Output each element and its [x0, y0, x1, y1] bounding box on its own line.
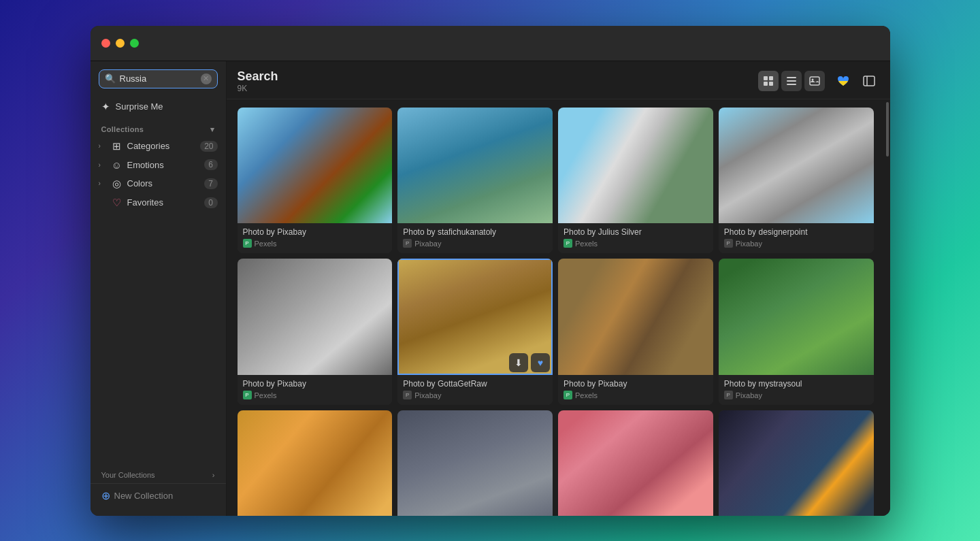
favorite-button[interactable]: ♥: [531, 353, 550, 372]
photo-info: Photo by mystraysoulPPixabay: [719, 375, 874, 405]
your-collections-section[interactable]: Your Collections ›: [91, 467, 226, 483]
photo-source: PPixabay: [403, 239, 547, 248]
source-icon: P: [724, 391, 733, 399]
collections-chevron[interactable]: ▾: [210, 125, 214, 134]
source-name: Pexels: [255, 391, 277, 399]
photo-thumbnail: [558, 410, 713, 515]
source-name: Pexels: [575, 391, 598, 399]
source-icon: P: [243, 391, 252, 399]
main-content: 🔍 ✕ ✦ Surprise Me Collections ▾ › ⊞ Cate…: [91, 61, 890, 516]
your-collections-arrow: ›: [212, 471, 215, 479]
photo-author: Photo by mystraysoul: [724, 379, 868, 389]
photo-card[interactable]: Photo by serbuxarevPPixabay: [719, 410, 874, 515]
header-icons: [833, 71, 879, 91]
favorites-icon: ♡: [111, 197, 123, 209]
source-name: Pixabay: [414, 240, 441, 248]
favorites-count: 0: [204, 197, 218, 208]
categories-icon: ⊞: [111, 140, 123, 152]
search-box: 🔍 ✕: [99, 69, 218, 88]
new-collection-label: New Collection: [114, 491, 174, 501]
title-bar: [91, 26, 890, 61]
sidebar-toggle-button[interactable]: [859, 71, 879, 91]
search-container: 🔍 ✕: [91, 69, 226, 97]
photo-source: PPixabay: [724, 391, 868, 399]
photo-thumbnail: [397, 108, 553, 224]
favorites-label: Favorites: [127, 197, 200, 208]
photo-author: Photo by stafichukanatoly: [403, 227, 547, 237]
source-icon: P: [403, 239, 412, 248]
photo-card[interactable]: Photo by lelebladPPixabay: [397, 410, 553, 515]
scroll-area: Photo by PixabayPPexelsPhoto by stafichu…: [227, 99, 890, 516]
photo-thumbnail: [397, 410, 553, 515]
expand-colors-icon: ›: [99, 180, 107, 187]
sidebar: 🔍 ✕ ✦ Surprise Me Collections ▾ › ⊞ Cate…: [91, 61, 227, 516]
photo-info: Photo by PixabayPPexels: [238, 375, 393, 405]
photo-thumbnail: ⬇♥: [397, 259, 553, 375]
list-view-button[interactable]: [781, 71, 802, 91]
photo-card[interactable]: Photo by vierroPPexels: [558, 410, 713, 515]
photo-source: PPexels: [243, 239, 387, 248]
photo-card[interactable]: Photo by designerpointPPixabay: [719, 108, 874, 254]
source-icon: P: [403, 391, 412, 399]
right-panel: Search 9K: [227, 61, 890, 516]
search-input[interactable]: [120, 73, 197, 84]
photo-grid: Photo by PixabayPPexelsPhoto by stafichu…: [238, 108, 874, 516]
maximize-button[interactable]: [130, 39, 139, 48]
photo-card[interactable]: Photo by PixabayPPexels: [238, 108, 393, 254]
emotions-count: 6: [204, 159, 218, 170]
source-name: Pexels: [255, 240, 277, 248]
photo-info: Photo by PixabayPPexels: [558, 375, 713, 405]
panel-count: 9K: [238, 84, 750, 93]
source-icon: P: [564, 239, 572, 248]
photo-thumbnail: [238, 410, 393, 515]
emotions-label: Emotions: [127, 160, 200, 170]
surprise-me-button[interactable]: ✦ Surprise Me: [91, 97, 226, 117]
photo-thumbnail: [238, 259, 393, 375]
photo-card[interactable]: Photo by PixabayPPexels: [238, 259, 393, 405]
sparkle-icon: ✦: [101, 101, 110, 113]
photo-info: Photo by designerpointPPixabay: [719, 223, 874, 253]
panel-title-group: Search 9K: [238, 69, 750, 93]
sidebar-item-colors[interactable]: › ◎ Colors 7: [91, 174, 226, 193]
photo-author: Photo by Pixabay: [243, 227, 387, 237]
svg-rect-2: [764, 82, 768, 86]
photo-source: PPixabay: [724, 239, 868, 248]
grid-view-button[interactable]: [758, 71, 779, 91]
download-button[interactable]: ⬇: [509, 353, 528, 372]
new-collection-button[interactable]: ⊕ New Collection: [91, 483, 226, 508]
collections-section-header[interactable]: Collections ▾: [91, 122, 226, 137]
scrollbar-track[interactable]: [885, 99, 890, 516]
minimize-button[interactable]: [116, 39, 125, 48]
photo-card[interactable]: Photo by mystraysoulPPixabay: [719, 259, 874, 405]
app-window: 🔍 ✕ ✦ Surprise Me Collections ▾ › ⊞ Cate…: [91, 26, 890, 516]
photo-card[interactable]: Photo by PixabayPPexels: [558, 259, 713, 405]
surprise-me-label: Surprise Me: [116, 101, 163, 112]
search-clear-button[interactable]: ✕: [201, 73, 212, 84]
svg-point-8: [811, 79, 813, 81]
photo-card[interactable]: Photo by stafichukanatolyPPixabay: [397, 108, 553, 254]
sidebar-item-favorites[interactable]: › ♡ Favorites 0: [91, 193, 226, 212]
photo-thumbnail: [719, 259, 874, 375]
search-icon: 🔍: [105, 73, 116, 84]
svg-rect-10: [864, 76, 875, 86]
photo-thumbnail: [558, 108, 713, 224]
sidebar-item-emotions[interactable]: › ☺ Emotions 6: [91, 156, 226, 174]
close-button[interactable]: [101, 39, 110, 48]
collections-label: Collections: [101, 125, 144, 133]
traffic-lights: [101, 39, 139, 48]
photo-author: Photo by Pixabay: [564, 379, 708, 389]
sidebar-spacer: [91, 212, 226, 467]
sidebar-item-categories[interactable]: › ⊞ Categories 20: [91, 137, 226, 156]
photo-card[interactable]: Photo by PixabayPPexels: [238, 410, 393, 515]
ukraine-heart-button[interactable]: [833, 71, 853, 91]
source-icon: P: [564, 391, 572, 399]
photo-thumbnail: [558, 259, 713, 375]
photo-author: Photo by Pixabay: [243, 379, 387, 389]
photo-card[interactable]: Photo by Julius SilverPPexels: [558, 108, 713, 254]
photo-card[interactable]: ⬇♥Photo by GottaGetRawPPixabay: [397, 259, 553, 405]
expand-emotions-icon: ›: [99, 161, 107, 169]
image-view-button[interactable]: [804, 71, 825, 91]
photo-action-overlay: ⬇♥: [509, 353, 550, 372]
scrollbar-thumb[interactable]: [886, 102, 889, 157]
svg-rect-9: [838, 81, 849, 86]
